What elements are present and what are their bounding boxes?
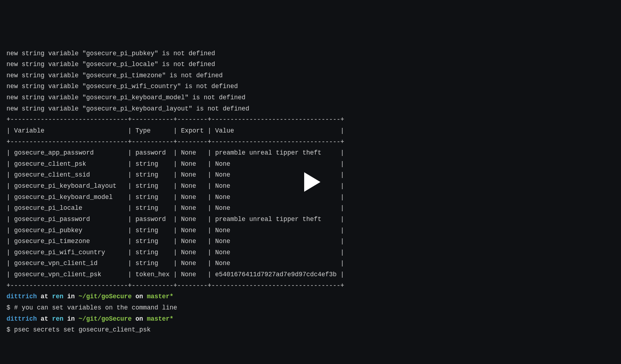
prompt-on: on	[132, 315, 147, 322]
table-border: +-------------------------------+-------…	[7, 280, 614, 291]
prompt-user: dittrich	[7, 315, 37, 322]
warning-line: new string variable "gosecure_pi_pubkey"…	[7, 48, 614, 59]
table-row: | gosecure_vpn_client_psk | token_hex | …	[7, 269, 614, 280]
prompt-host: ren	[52, 293, 64, 300]
table-row: | gosecure_pi_locale | string | None | N…	[7, 203, 614, 214]
prompt-on: on	[132, 293, 147, 300]
table-border: +-------------------------------+-------…	[7, 114, 614, 125]
warning-line: new string variable "gosecure_pi_keyboar…	[7, 103, 614, 114]
prompt-in: in	[64, 315, 79, 322]
table-border: +-------------------------------+-------…	[7, 136, 614, 148]
prompt-branch: master*	[147, 315, 174, 322]
table-row: | gosecure_app_password | password | Non…	[7, 147, 614, 159]
warning-line: new string variable "gosecure_pi_keyboar…	[7, 92, 614, 103]
table-header: | Variable | Type | Export | Value |	[7, 125, 614, 136]
prompt-host: ren	[52, 315, 64, 322]
command-line: $ psec secrets set gosecure_client_psk	[7, 324, 614, 335]
prompt-line: dittrich at ren in ~/git/goSecure on mas…	[7, 313, 614, 325]
prompt-line: dittrich at ren in ~/git/goSecure on mas…	[7, 291, 614, 302]
prompt-at: at	[37, 315, 52, 322]
warning-line: new string variable "gosecure_pi_timezon…	[7, 70, 614, 81]
table-row: | gosecure_pi_pubkey | string | None | N…	[7, 225, 614, 236]
prompt-path: ~/git/goSecure	[79, 315, 132, 322]
prompt-branch: master*	[147, 293, 174, 300]
prompt-path: ~/git/goSecure	[79, 293, 132, 300]
prompt-in: in	[64, 293, 79, 300]
warning-line: new string variable "gosecure_pi_wifi_co…	[7, 81, 614, 92]
prompt-at: at	[37, 293, 52, 300]
table-row: | gosecure_pi_timezone | string | None |…	[7, 236, 614, 247]
prompt-user: dittrich	[7, 293, 37, 300]
play-icon	[294, 166, 327, 198]
table-row: | gosecure_pi_password | password | None…	[7, 214, 614, 225]
warning-line: new string variable "gosecure_pi_locale"…	[7, 59, 614, 70]
svg-marker-0	[304, 172, 320, 192]
command-line: $ # you can set variables on the command…	[7, 302, 614, 313]
play-button[interactable]	[294, 166, 327, 198]
table-row: | gosecure_vpn_client_id | string | None…	[7, 258, 614, 269]
table-row: | gosecure_pi_wifi_country | string | No…	[7, 247, 614, 258]
